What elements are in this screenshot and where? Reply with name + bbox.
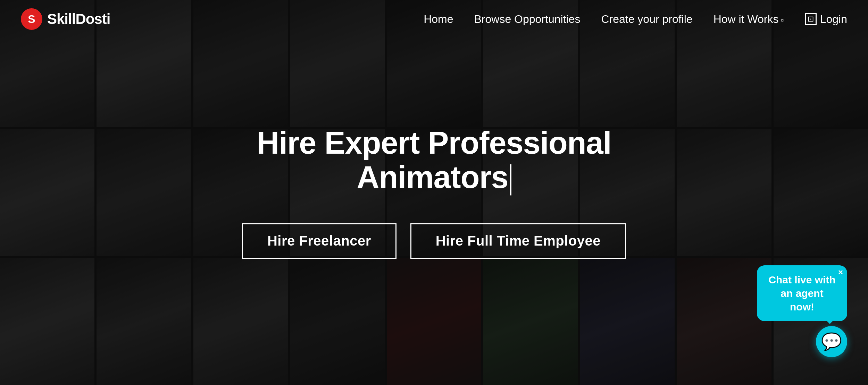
nav-links: Home Browse Opportunities Create your pr…	[424, 13, 847, 26]
hero-buttons: Hire Freelancer Hire Full Time Employee	[191, 223, 677, 259]
logo-link[interactable]: S SkillDosti	[21, 8, 110, 30]
navbar: S SkillDosti Home Browse Opportunities C…	[0, 0, 868, 38]
nav-how-it-works[interactable]: How it Works	[713, 13, 784, 26]
hire-fulltime-button[interactable]: Hire Full Time Employee	[410, 223, 626, 259]
hero-title: Hire Expert Professional Animators	[191, 126, 677, 195]
close-icon[interactable]: ×	[838, 268, 843, 276]
nav-home[interactable]: Home	[424, 13, 453, 26]
chat-bubble-text: Chat live with an agent now!	[768, 274, 835, 313]
chat-bubble[interactable]: × Chat live with an agent now!	[757, 265, 847, 321]
nav-login-label: Login	[820, 13, 847, 26]
nav-login[interactable]: ⊡ Login	[805, 13, 847, 26]
hire-freelancer-button[interactable]: Hire Freelancer	[242, 223, 397, 259]
login-icon: ⊡	[805, 13, 817, 25]
chat-agent-icon: 💬	[821, 332, 842, 351]
nav-browse[interactable]: Browse Opportunities	[474, 13, 580, 26]
cursor-blink	[510, 164, 511, 196]
hero-section: S SkillDosti Home Browse Opportunities C…	[0, 0, 868, 385]
brand-name: SkillDosti	[47, 11, 110, 27]
chat-avatar-button[interactable]: 💬	[816, 326, 847, 357]
hero-content: Hire Expert Professional Animators Hire …	[191, 126, 677, 259]
logo-icon: S	[21, 8, 42, 30]
chat-widget: × Chat live with an agent now! 💬	[757, 265, 847, 357]
nav-profile[interactable]: Create your profile	[601, 13, 692, 26]
